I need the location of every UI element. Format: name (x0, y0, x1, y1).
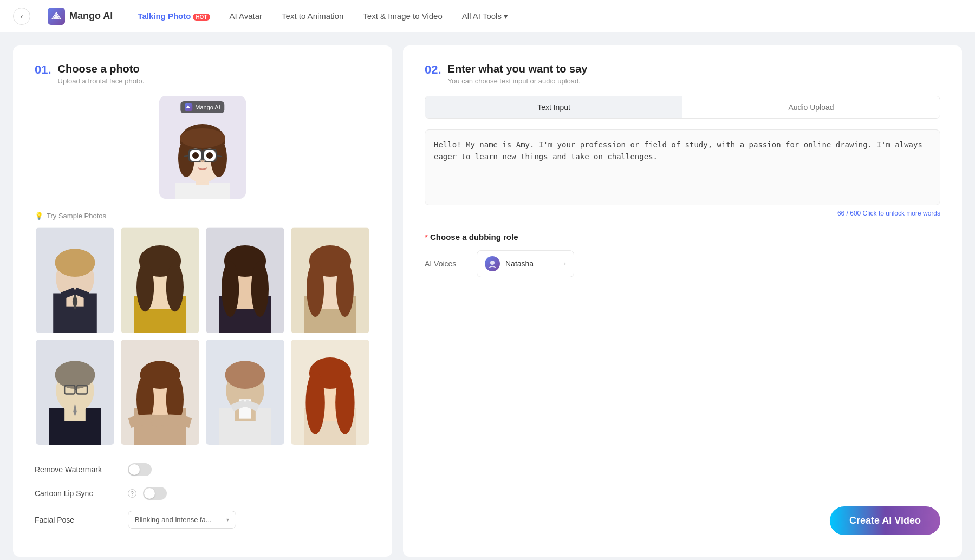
svg-point-31 (136, 263, 154, 311)
svg-line-69 (232, 402, 245, 408)
toggle-knob (129, 464, 140, 475)
svg-point-67 (225, 361, 265, 389)
input-tabs: Text Input Audio Upload (425, 96, 940, 119)
cartoon-lip-sync-label: Cartoon Lip Sync (35, 489, 121, 498)
remove-watermark-toggle[interactable] (128, 463, 152, 476)
sample-photo-3[interactable] (205, 226, 285, 334)
sample-photo-4[interactable] (290, 226, 370, 334)
right-panel: 02. Enter what you want to say You can c… (403, 45, 962, 557)
logo-text: Mango AI (69, 10, 113, 22)
dropdown-arrow-icon: ▾ (504, 11, 508, 21)
sample-photo-2[interactable] (120, 226, 200, 334)
tab-text-input[interactable]: Text Input (425, 96, 682, 118)
main-nav: Talking PhotoHOT AI Avatar Text to Anima… (130, 8, 962, 24)
sample-photo-7[interactable] (205, 338, 285, 446)
voice-avatar (485, 256, 500, 271)
tab-audio-upload[interactable]: Audio Upload (682, 96, 940, 118)
facial-pose-value: Blinking and intense fa... (135, 516, 212, 524)
section-2-header: 02. Enter what you want to say You can c… (425, 63, 940, 85)
photo-logo-overlay: Mango AI (180, 101, 224, 113)
svg-point-45 (307, 261, 324, 317)
header: ‹ Mango AI Talking PhotoHOT AI Avatar Te… (0, 0, 975, 32)
svg-line-24 (62, 291, 75, 296)
svg-point-12 (206, 152, 213, 159)
nav-item-ai-avatar[interactable]: AI Avatar (222, 8, 270, 24)
svg-point-32 (166, 263, 184, 311)
back-icon: ‹ (21, 12, 23, 21)
overlay-logo-text: Mango AI (195, 104, 220, 110)
logo: Mango AI (48, 8, 113, 25)
voice-name: Natasha (505, 259, 558, 268)
cartoon-lip-sync-toggle[interactable] (143, 487, 167, 500)
back-button[interactable]: ‹ (13, 8, 30, 25)
nav-item-all-ai-tools[interactable]: All AI Tools ▾ (454, 8, 516, 24)
section-2-title: Enter what you want to say (448, 63, 588, 75)
svg-point-46 (336, 261, 354, 317)
nav-item-text-image-to-video[interactable]: Text & Image to Video (355, 8, 450, 24)
overlay-logo-icon (185, 103, 192, 111)
sample-photo-6[interactable] (120, 338, 200, 446)
svg-point-11 (192, 152, 199, 159)
svg-point-22 (55, 249, 95, 277)
sample-photo-5[interactable] (35, 338, 115, 446)
hot-badge: HOT (193, 14, 210, 21)
text-input-textarea[interactable] (425, 129, 940, 205)
dropdown-chevron-icon: ▾ (226, 517, 229, 523)
facial-pose-dropdown[interactable]: Blinking and intense fa... ▾ (128, 511, 236, 529)
facial-pose-row: Facial Pose Blinking and intense fa... ▾ (35, 511, 370, 529)
svg-point-76 (306, 371, 324, 434)
svg-point-8 (180, 128, 225, 148)
nav-item-talking-photo[interactable]: Talking PhotoHOT (130, 8, 217, 24)
remove-watermark-row: Remove Watermark (35, 463, 370, 476)
svg-point-51 (55, 361, 95, 389)
section-2-subtitle: You can choose text input or audio uploa… (448, 77, 588, 85)
main-content: 01. Choose a photo Upload a frontal face… (0, 32, 975, 560)
cartoon-lip-sync-info-icon[interactable]: ? (128, 489, 136, 498)
sample-photo-1[interactable] (35, 226, 115, 334)
lightbulb-icon: 💡 (35, 212, 43, 220)
section-2-number: 02. (425, 63, 441, 77)
sample-photos-label: 💡 Try Sample Photos (35, 212, 370, 220)
section-1-number: 01. (35, 63, 51, 77)
create-ai-video-button[interactable]: Create AI Video (830, 506, 940, 535)
section-1-title: Choose a photo (58, 63, 145, 75)
voice-selector[interactable]: Natasha › (477, 250, 574, 277)
svg-point-78 (490, 261, 495, 265)
photo-preview: Mango AI (159, 96, 246, 199)
svg-line-25 (75, 291, 88, 296)
svg-line-70 (245, 402, 258, 408)
word-count-display: 66 / 600 Click to unlock more words (425, 210, 940, 217)
voice-row: AI Voices Natasha › (425, 250, 940, 277)
sample-photo-8[interactable] (290, 338, 370, 446)
photo-upload-area[interactable]: Mango AI (35, 96, 370, 199)
svg-point-77 (335, 371, 354, 434)
facial-pose-label: Facial Pose (35, 516, 121, 524)
unlock-words-link[interactable]: Click to unlock more words (863, 210, 940, 217)
section-1-header: 01. Choose a photo Upload a frontal face… (35, 63, 370, 85)
sample-photos-grid (35, 226, 370, 446)
remove-watermark-label: Remove Watermark (35, 465, 121, 474)
left-panel: 01. Choose a photo Upload a frontal face… (13, 45, 392, 557)
voice-selector-arrow-icon: › (564, 260, 566, 268)
dubbing-section-label: Choose a dubbing role (425, 232, 940, 242)
logo-icon (48, 8, 65, 25)
ai-voices-label: AI Voices (425, 259, 468, 268)
svg-point-38 (222, 261, 239, 317)
create-btn-wrapper: Create AI Video (830, 506, 940, 535)
cartoon-lip-sync-row: Cartoon Lip Sync ? (35, 487, 370, 500)
svg-point-39 (251, 261, 269, 317)
toggle-knob-2 (144, 488, 155, 499)
nav-item-text-to-animation[interactable]: Text to Animation (274, 8, 351, 24)
section-1-subtitle: Upload a frontal face photo. (58, 77, 145, 85)
